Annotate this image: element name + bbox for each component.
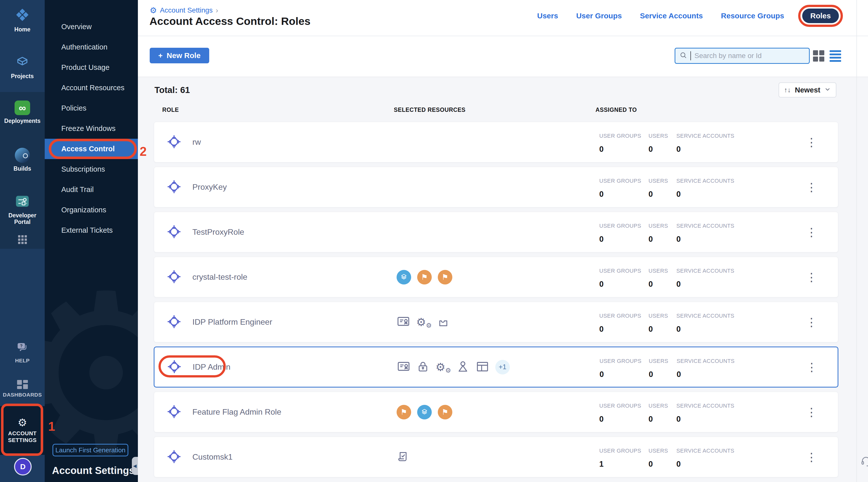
tab-user-groups[interactable]: User Groups <box>576 11 622 20</box>
resource-environments-icon <box>417 405 432 419</box>
role-crosshair-icon <box>166 224 182 241</box>
sort-dropdown[interactable]: ↑↓ Newest <box>779 83 836 97</box>
role-crosshair-icon <box>166 404 182 420</box>
developer-portal-icon <box>14 194 31 210</box>
resource-secrets-lock-icon <box>416 360 430 374</box>
text-cursor <box>690 51 691 60</box>
role-row-proxykey[interactable]: ProxyKey USER GROUPS0 USERS0 SERVICE ACC… <box>154 167 838 208</box>
resource-feature-flags-icon: ⚑ <box>397 405 411 419</box>
nav-deployments[interactable]: ∞ Deployments <box>0 100 45 124</box>
module-grid-icon <box>18 235 27 244</box>
column-header-assigned-to: ASSIGNED TO <box>595 107 637 113</box>
sidebar-item-organizations[interactable]: Organizations <box>45 200 138 220</box>
nav-dashboards-label: DASHBOARDS <box>3 392 42 398</box>
access-control-tabs: Users User Groups Service Accounts Resou… <box>537 8 839 23</box>
sidebar-item-policies[interactable]: Policies <box>45 98 138 118</box>
account-settings-sidebar: ⚙ Overview Authentication Product Usage … <box>45 0 138 482</box>
annotation-oval-roles-tab <box>798 5 843 27</box>
column-header-role: ROLE <box>162 107 179 113</box>
nav-builds-label: Builds <box>13 165 31 172</box>
help-chat-icon: ? <box>16 341 29 355</box>
role-row-idp-platform-engineer[interactable]: IDP Platform Engineer ⚙⚙ USER GROUPS0 US… <box>154 302 838 342</box>
role-crosshair-icon <box>166 179 182 195</box>
tab-roles[interactable]: Roles <box>802 8 839 23</box>
nav-home[interactable]: Home <box>0 7 45 33</box>
infinity-glyph: ∞ <box>19 102 26 114</box>
search-box[interactable] <box>675 48 810 64</box>
row-menu-button[interactable]: ⋮ <box>803 135 820 149</box>
resource-feature-flags-icon: ⚑ <box>417 270 432 284</box>
sidebar-item-external-tickets[interactable]: External Tickets <box>45 220 138 241</box>
avatar-initial: D <box>20 462 26 471</box>
row-menu-button[interactable]: ⋮ <box>803 450 820 464</box>
total-count: Total: 61 <box>154 85 190 95</box>
sidebar-item-account-resources[interactable]: Account Resources <box>45 78 138 98</box>
role-name[interactable]: TestProxyRole <box>192 228 244 237</box>
nav-builds[interactable]: Builds <box>0 148 45 172</box>
role-name[interactable]: IDP Admin <box>193 362 230 372</box>
support-headset-icon[interactable] <box>860 455 868 468</box>
row-menu-button[interactable]: ⋮ <box>803 225 820 239</box>
tab-resource-groups[interactable]: Resource Groups <box>721 11 784 20</box>
sidebar-item-overview[interactable]: Overview <box>45 17 138 37</box>
resource-certificates-icon <box>397 315 410 329</box>
resource-users-icon <box>456 360 470 374</box>
role-row-feature-flag-admin-role[interactable]: Feature Flag Admin Role ⚑ ⚑ USER GROUPS0… <box>154 392 838 432</box>
nav-projects[interactable]: Projects <box>0 54 45 80</box>
chevron-down-icon <box>824 86 831 94</box>
svg-text:?: ? <box>20 343 23 348</box>
nav-help[interactable]: ? HELP <box>0 341 45 364</box>
role-row-idp-admin[interactable]: IDP Admin ⚙⚙ +1 USER GROUPS0 USERS0 SERV… <box>154 347 838 388</box>
sidebar-collapse-button[interactable]: ◀ <box>132 457 138 475</box>
launch-first-generation-button[interactable]: Launch First Generation <box>53 444 128 456</box>
nav-dashboards[interactable]: DASHBOARDS <box>0 380 45 398</box>
sidebar-item-subscriptions[interactable]: Subscriptions <box>45 159 138 179</box>
sidebar-item-product-usage[interactable]: Product Usage <box>45 57 138 78</box>
list-view-button[interactable] <box>830 50 841 62</box>
breadcrumb-account-settings-link[interactable]: Account Settings <box>160 6 213 14</box>
search-input[interactable] <box>694 52 805 60</box>
annotation-step-2: 2 <box>140 144 147 159</box>
sort-arrows-icon: ↑↓ <box>784 86 791 94</box>
nav-developer-portal[interactable]: Developer Portal <box>0 194 45 225</box>
role-name[interactable]: ProxyKey <box>192 182 227 192</box>
role-name[interactable]: rw <box>192 138 201 147</box>
row-menu-button[interactable]: ⋮ <box>803 180 820 194</box>
roles-list: rw USER GROUPS0 USERS0 SERVICE ACCOUNTS0… <box>154 122 838 482</box>
sidebar-item-audit-trail[interactable]: Audit Trail <box>45 179 138 200</box>
module-selector-button[interactable] <box>0 235 45 244</box>
page-header: ⚙ Account Settings › Account Access Cont… <box>138 0 868 36</box>
tab-service-accounts[interactable]: Service Accounts <box>640 11 703 20</box>
role-crosshair-icon <box>166 269 182 285</box>
resource-settings-gears-icon: ⚙⚙ <box>416 315 431 328</box>
nav-home-label: Home <box>14 26 30 33</box>
role-name[interactable]: Feature Flag Admin Role <box>192 408 281 417</box>
sidebar-item-authentication[interactable]: Authentication <box>45 37 138 57</box>
role-crosshair-icon <box>166 449 182 465</box>
role-row-rw[interactable]: rw USER GROUPS0 USERS0 SERVICE ACCOUNTS0… <box>154 122 838 162</box>
nav-developer-portal-label: Developer Portal <box>3 212 41 225</box>
role-name[interactable]: crystal-test-role <box>192 272 247 282</box>
resource-overflow-badge[interactable]: +1 <box>495 360 510 374</box>
row-menu-button[interactable]: ⋮ <box>803 360 820 374</box>
column-header-selected-resources: SELECTED RESOURCES <box>394 107 466 113</box>
role-crosshair-icon <box>166 359 182 375</box>
role-row-customsk1[interactable]: Customsk1 USER GROUPS1 USERS0 SERVICE AC… <box>154 436 838 478</box>
role-name[interactable]: Customsk1 <box>192 452 232 462</box>
role-row-crystal-test-role[interactable]: crystal-test-role ⚑ ⚑ USER GROUPS0 USERS… <box>154 257 838 298</box>
row-menu-button[interactable]: ⋮ <box>803 405 820 419</box>
settings-menu: Overview Authentication Product Usage Ac… <box>45 17 138 241</box>
grid-view-button[interactable] <box>813 50 824 62</box>
tab-users[interactable]: Users <box>537 11 558 20</box>
sidebar-item-access-control[interactable]: Access Control <box>45 139 138 159</box>
builds-icon <box>15 148 30 163</box>
role-crosshair-icon <box>166 134 182 151</box>
role-row-testproxyrole[interactable]: TestProxyRole USER GROUPS0 USERS0 SERVIC… <box>154 212 838 252</box>
user-avatar[interactable]: D <box>14 458 32 476</box>
row-menu-button[interactable]: ⋮ <box>803 270 820 284</box>
dashboards-icon <box>17 380 28 389</box>
new-role-button[interactable]: + New Role <box>150 48 209 63</box>
role-name[interactable]: IDP Platform Engineer <box>192 318 272 327</box>
sidebar-item-freeze-windows[interactable]: Freeze Windows <box>45 118 138 139</box>
row-menu-button[interactable]: ⋮ <box>803 315 820 329</box>
